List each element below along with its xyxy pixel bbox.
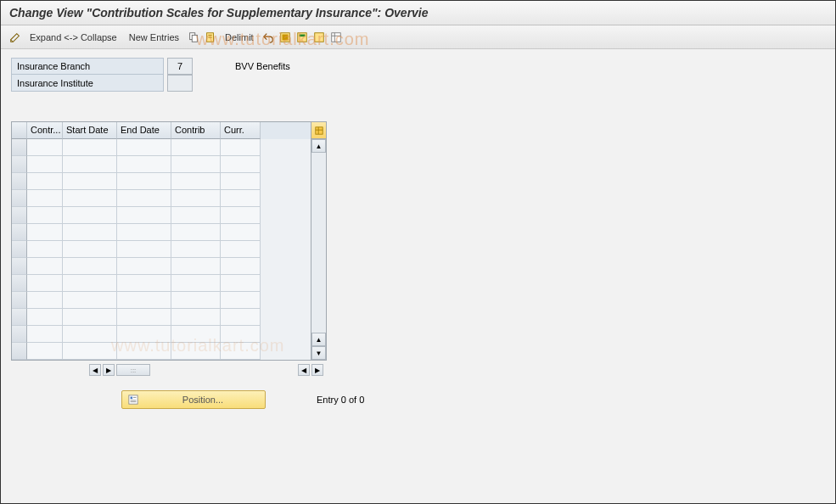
cell-sel[interactable] — [12, 343, 27, 360]
cell-contr[interactable] — [27, 309, 63, 326]
cell-contr[interactable] — [27, 173, 63, 190]
cell-contrib[interactable] — [171, 326, 221, 343]
cell-sel[interactable] — [12, 241, 27, 258]
cell-contr[interactable] — [27, 207, 63, 224]
table-row[interactable] — [12, 343, 311, 360]
cell-sel[interactable] — [12, 224, 27, 241]
cell-contr[interactable] — [27, 156, 63, 173]
cell-contr[interactable] — [27, 258, 63, 275]
cell-contrib[interactable] — [171, 292, 221, 309]
cell-end[interactable] — [117, 258, 171, 275]
select-all-icon[interactable] — [278, 30, 293, 45]
table-row[interactable] — [12, 275, 311, 292]
hscroll-left2-icon[interactable]: ◀ — [298, 364, 310, 376]
hscroll-left-icon[interactable]: ◀ — [89, 364, 101, 376]
cell-contrib[interactable] — [171, 343, 221, 360]
table-row[interactable] — [12, 156, 311, 173]
cell-start[interactable] — [63, 343, 117, 360]
undo-icon[interactable] — [261, 30, 276, 45]
table-row[interactable] — [12, 190, 311, 207]
cell-curr[interactable] — [221, 309, 261, 326]
cell-sel[interactable] — [12, 173, 27, 190]
table-row[interactable] — [12, 258, 311, 275]
table-row[interactable] — [12, 224, 311, 241]
position-button[interactable]: Position... — [121, 390, 266, 409]
cell-curr[interactable] — [221, 343, 261, 360]
cell-curr[interactable] — [221, 275, 261, 292]
cell-start[interactable] — [63, 139, 117, 156]
cell-curr[interactable] — [221, 258, 261, 275]
scroll-up2-icon[interactable]: ▲ — [311, 333, 326, 346]
cell-sel[interactable] — [12, 156, 27, 173]
cell-end[interactable] — [117, 343, 171, 360]
cell-contrib[interactable] — [171, 224, 221, 241]
insurance-institute-input[interactable] — [167, 75, 193, 92]
cell-curr[interactable] — [221, 173, 261, 190]
table-row[interactable] — [12, 292, 311, 309]
cell-sel[interactable] — [12, 207, 27, 224]
cell-start[interactable] — [63, 241, 117, 258]
cell-sel[interactable] — [12, 309, 27, 326]
cell-end[interactable] — [117, 292, 171, 309]
cell-start[interactable] — [63, 258, 117, 275]
cell-contrib[interactable] — [171, 241, 221, 258]
cell-contr[interactable] — [27, 326, 63, 343]
cell-contr[interactable] — [27, 139, 63, 156]
cell-curr[interactable] — [221, 207, 261, 224]
cell-contr[interactable] — [27, 343, 63, 360]
column-start-date[interactable]: Start Date — [63, 122, 117, 139]
cell-end[interactable] — [117, 224, 171, 241]
cell-start[interactable] — [63, 292, 117, 309]
cell-curr[interactable] — [221, 190, 261, 207]
scroll-up-icon[interactable]: ▲ — [311, 139, 326, 153]
cell-contrib[interactable] — [171, 258, 221, 275]
cell-contrib[interactable] — [171, 207, 221, 224]
cell-sel[interactable] — [12, 139, 27, 156]
column-contrib[interactable]: Contrib — [171, 122, 221, 139]
column-end-date[interactable]: End Date — [117, 122, 171, 139]
expand-collapse-button[interactable]: Expand <-> Collapse — [25, 29, 122, 46]
copy-icon[interactable] — [186, 30, 201, 45]
column-curr[interactable]: Curr. — [221, 122, 261, 139]
cell-start[interactable] — [63, 326, 117, 343]
column-selector[interactable] — [12, 122, 27, 139]
copy-as-icon[interactable] — [203, 30, 218, 45]
cell-end[interactable] — [117, 156, 171, 173]
deselect-all-icon[interactable] — [311, 30, 327, 45]
cell-start[interactable] — [63, 173, 117, 190]
cell-curr[interactable] — [221, 292, 261, 309]
hscroll-handle[interactable]: ::: — [116, 364, 150, 376]
toggle-edit-icon[interactable] — [8, 30, 23, 45]
cell-contr[interactable] — [27, 292, 63, 309]
cell-contrib[interactable] — [171, 139, 221, 156]
scroll-down-icon[interactable]: ▼ — [311, 346, 326, 360]
insurance-branch-input[interactable] — [167, 58, 193, 75]
cell-end[interactable] — [117, 241, 171, 258]
cell-curr[interactable] — [221, 156, 261, 173]
table-configure-icon[interactable] — [311, 122, 326, 139]
cell-contrib[interactable] — [171, 309, 221, 326]
cell-start[interactable] — [63, 275, 117, 292]
table-row[interactable] — [12, 241, 311, 258]
cell-start[interactable] — [63, 190, 117, 207]
cell-end[interactable] — [117, 207, 171, 224]
cell-contr[interactable] — [27, 275, 63, 292]
table-settings-icon[interactable] — [328, 30, 344, 45]
select-block-icon[interactable] — [295, 30, 310, 45]
column-contr[interactable]: Contr... — [27, 122, 63, 139]
cell-contr[interactable] — [27, 241, 63, 258]
cell-contr[interactable] — [27, 190, 63, 207]
cell-sel[interactable] — [12, 292, 27, 309]
table-row[interactable] — [12, 309, 311, 326]
cell-end[interactable] — [117, 309, 171, 326]
hscroll-right2-icon[interactable]: ▶ — [311, 364, 323, 376]
table-row[interactable] — [12, 326, 311, 343]
delimit-button[interactable]: Delimit — [220, 29, 259, 46]
cell-curr[interactable] — [221, 241, 261, 258]
cell-contrib[interactable] — [171, 173, 221, 190]
scroll-track[interactable] — [311, 153, 326, 333]
cell-curr[interactable] — [221, 326, 261, 343]
cell-end[interactable] — [117, 139, 171, 156]
cell-sel[interactable] — [12, 326, 27, 343]
cell-sel[interactable] — [12, 190, 27, 207]
